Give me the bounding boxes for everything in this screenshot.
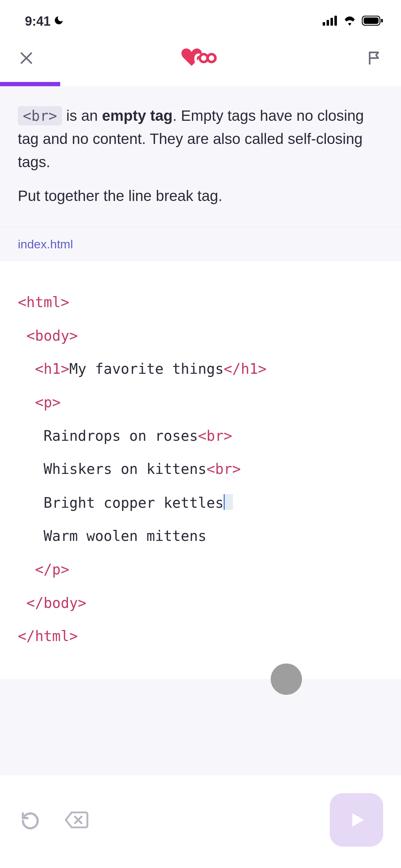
code-line: <html> xyxy=(18,294,383,311)
code-line: <body> xyxy=(18,327,383,344)
battery-icon xyxy=(362,16,383,27)
svg-rect-2 xyxy=(330,18,333,26)
code-line: Whiskers on kittens<br> xyxy=(18,461,383,477)
code-line: <h1>My favorite things</h1> xyxy=(18,361,383,377)
status-right xyxy=(323,16,383,27)
svg-rect-1 xyxy=(327,20,329,26)
editor-footer-area xyxy=(0,679,401,775)
progress-bar xyxy=(0,82,401,86)
undo-button[interactable] xyxy=(18,807,43,832)
status-time: 9:41 xyxy=(25,14,51,29)
wifi-icon xyxy=(343,16,357,27)
code-line: </html> xyxy=(18,628,383,645)
controls-left xyxy=(18,807,89,832)
cellular-icon xyxy=(323,16,338,27)
svg-point-8 xyxy=(208,54,215,62)
file-name-label: index.html xyxy=(0,227,401,261)
instruction-prompt: Put together the line break tag. xyxy=(18,184,383,207)
code-line: <p> xyxy=(18,394,383,411)
code-line: Bright copper kettles xyxy=(18,494,383,511)
instruction-text: <br> is an empty tag. Empty tags have no… xyxy=(18,104,383,174)
close-button[interactable] xyxy=(18,50,35,68)
heart-infinity-logo xyxy=(181,47,220,70)
backspace-button[interactable] xyxy=(64,807,89,832)
code-editor[interactable]: <html> <body> <h1>My favorite things</h1… xyxy=(0,261,401,679)
svg-rect-6 xyxy=(381,19,383,22)
status-time-group: 9:41 xyxy=(25,14,64,29)
assistive-touch-dot[interactable] xyxy=(271,663,302,695)
controls-row xyxy=(0,775,401,857)
svg-rect-0 xyxy=(323,22,325,26)
progress-fill xyxy=(0,82,60,86)
svg-rect-3 xyxy=(334,16,337,26)
code-line: </p> xyxy=(18,561,383,578)
insertion-cursor[interactable] xyxy=(224,494,233,510)
status-bar: 9:41 xyxy=(0,0,401,39)
nav-bar xyxy=(0,39,401,82)
code-line: Raindrops on roses<br> xyxy=(18,428,383,444)
flag-button[interactable] xyxy=(366,50,383,68)
code-line: Warm woolen mittens xyxy=(18,528,383,544)
code-chip-br: <br> xyxy=(18,106,62,125)
code-line: </body> xyxy=(18,595,383,611)
token-row: / < r b > xyxy=(0,857,401,868)
moon-icon xyxy=(53,14,64,29)
instruction-panel: <br> is an empty tag. Empty tags have no… xyxy=(0,86,401,227)
svg-rect-5 xyxy=(364,17,379,24)
run-button[interactable] xyxy=(330,793,383,847)
